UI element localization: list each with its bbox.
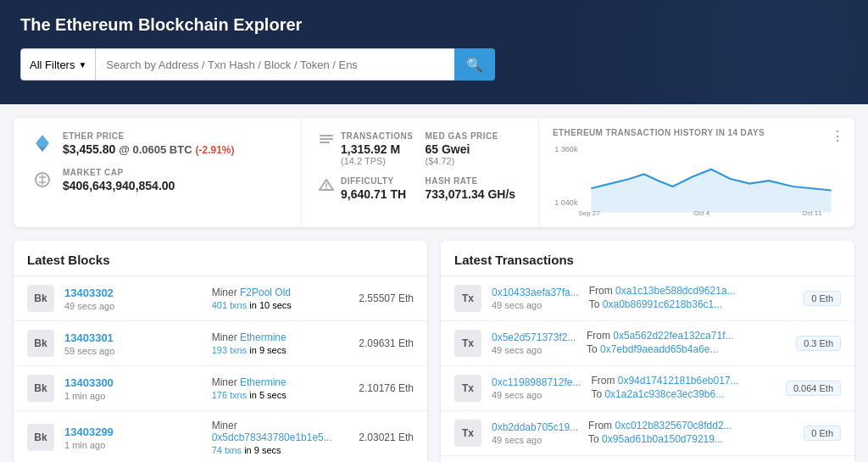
block-badge: Bk (27, 424, 54, 451)
tx-value: 0.064 Eth (786, 381, 841, 396)
table-row: Tx 0xc1198988712fe... 49 secs ago From 0… (441, 366, 854, 411)
block-info: 13403302 49 secs ago (64, 287, 202, 311)
block-info: 13403300 1 min ago (64, 376, 202, 401)
latest-blocks-panel: Latest Blocks Bk 13403302 49 secs ago Mi… (14, 241, 427, 462)
ether-price-value: $3,455.80 @ 0.0605 BTC (-2.91%) (63, 142, 234, 156)
filter-dropdown[interactable]: All Filters ▼ (20, 48, 96, 81)
tx-hash[interactable]: 0x5e2d571373f2... (492, 331, 576, 343)
tx-addresses: From 0xc012b8325670c8fdd2... To 0x95ad61… (588, 420, 793, 447)
block-reward: 2.09631 Eth (359, 337, 414, 349)
block-txns: 401 txns in 10 secs (212, 300, 349, 310)
miner-link[interactable]: F2Pool Old (240, 287, 291, 298)
table-row: Tx 0xcd25c5169ac9... 49 secs ago From 0x… (441, 456, 854, 462)
tx-time: 49 secs ago (492, 435, 578, 445)
difficulty-icon (319, 178, 334, 196)
tx-from: From 0x5a562d22fea132ca71f... (587, 330, 786, 342)
table-row: Bk 13403301 59 secs ago Miner Ethermine … (14, 321, 427, 366)
svg-text:Sep 27: Sep 27 (579, 209, 600, 217)
tx-to: To 0x7ebdf9aeadd65b4a6e... (587, 343, 786, 355)
stats-mid: TRANSACTIONS 1,315.92 M (14.2 TPS) MED G… (302, 118, 539, 227)
main-content: Latest Blocks Bk 13403302 49 secs ago Mi… (0, 241, 868, 462)
stats-left: ETHER PRICE $3,455.80 @ 0.0605 BTC (-2.9… (14, 118, 302, 227)
ether-price-icon (31, 131, 54, 155)
tx-hash[interactable]: 0xc1198988712fe... (492, 376, 581, 388)
market-cap-value: $406,643,940,854.00 (63, 179, 175, 192)
miner-link[interactable]: Ethermine (240, 331, 287, 343)
chart-title: ETHEREUM TRANSACTION HISTORY IN 14 DAYS (553, 128, 841, 137)
svg-point-8 (326, 188, 327, 190)
table-row: Tx 0x5e2d571373f2... 49 secs ago From 0x… (441, 321, 854, 366)
block-number[interactable]: 13403301 (64, 331, 202, 344)
block-reward: 2.10176 Eth (359, 382, 414, 394)
transactions-stat: TRANSACTIONS 1,315.92 M (14.2 TPS) (319, 131, 415, 166)
block-number[interactable]: 13403302 (64, 287, 202, 299)
tx-from: From 0xa1c13be588dcd9621a... (589, 285, 794, 297)
block-txns: 193 txns in 9 secs (212, 345, 349, 355)
miner-link[interactable]: Ethermine (240, 376, 287, 388)
search-button[interactable]: 🔍 (454, 48, 495, 81)
tx-addresses: From 0x5a562d22fea132ca71f... To 0x7ebdf… (587, 330, 786, 357)
block-miner-info: Miner 0x5dcb78343780e1b1e5... 74 txns in… (212, 420, 349, 455)
filter-label: All Filters (30, 58, 75, 71)
latest-transactions-title: Latest Transactions (441, 241, 854, 276)
table-row: Tx 0xb2ddab705c19... 49 secs ago From 0x… (441, 411, 854, 456)
tx-time: 49 secs ago (492, 390, 581, 400)
block-time: 59 secs ago (64, 346, 202, 356)
svg-marker-9 (591, 170, 831, 213)
tx-from: From 0xc012b8325670c8fdd2... (588, 420, 793, 431)
tx-time: 49 secs ago (492, 345, 576, 355)
block-info: 13403301 59 secs ago (64, 331, 202, 356)
search-icon: 🔍 (466, 58, 483, 72)
block-miner: Miner Ethermine (212, 331, 349, 343)
market-cap-row: MARKET CAP $406,643,940,854.00 (31, 168, 284, 192)
tx-badge: Tx (454, 330, 481, 357)
header: The Ethereum Blockchain Explorer All Fil… (0, 0, 868, 104)
tx-to: To 0x1a2a1c938ce3ec39b6... (591, 388, 775, 400)
stats-panel: ETHER PRICE $3,455.80 @ 0.0605 BTC (-2.9… (14, 118, 854, 227)
block-info: 13403299 1 min ago (64, 426, 202, 450)
miner-link[interactable]: 0x5dcb78343780e1b1e5... (212, 431, 332, 443)
tx-badge: Tx (454, 285, 481, 312)
block-txns: 176 txns in 5 secs (212, 390, 349, 400)
svg-text:Oct 11: Oct 11 (802, 209, 821, 217)
tx-hash[interactable]: 0xb2ddab705c19... (492, 421, 578, 433)
difficulty-stat: DIFFICULTY 9,640.71 TH (319, 176, 415, 201)
svg-rect-3 (320, 135, 333, 136)
block-number[interactable]: 13403299 (64, 426, 202, 438)
svg-text:Oct 4: Oct 4 (693, 209, 710, 217)
block-time: 1 min ago (64, 391, 202, 401)
tx-hash[interactable]: 0x10433aefa37fa... (492, 287, 579, 298)
chevron-down-icon: ▼ (78, 60, 86, 70)
tx-time: 49 secs ago (492, 300, 579, 310)
table-row: Tx 0x10433aefa37fa... 49 secs ago From 0… (441, 276, 854, 321)
page-title: The Ethereum Blockchain Explorer (20, 15, 848, 35)
block-number[interactable]: 13403300 (64, 376, 202, 389)
tx-to: To 0x95ad61b0a150d79219... (588, 433, 793, 445)
block-badge: Bk (27, 285, 54, 312)
block-badge: Bk (27, 375, 54, 402)
svg-rect-5 (320, 142, 330, 143)
chart-y-top: 1 360k (554, 146, 578, 154)
chart-container: 1 360k 1 040k Sep 27 Oct 4 Oct 11 (553, 141, 841, 217)
block-miner-info: Miner F2Pool Old 401 txns in 10 secs (212, 287, 349, 310)
tx-addresses: From 0xa1c13be588dcd9621a... To 0xa0b869… (589, 285, 794, 312)
tx-info: 0x5e2d571373f2... 49 secs ago (492, 331, 576, 355)
block-miner-info: Miner Ethermine 193 txns in 9 secs (212, 331, 349, 355)
block-miner: Miner F2Pool Old (212, 287, 349, 298)
tx-addresses: From 0x94d17412181b6eb017... To 0x1a2a1c… (591, 375, 775, 402)
tx-from: From 0x94d17412181b6eb017... (591, 375, 775, 387)
transactions-icon (319, 133, 334, 151)
latest-transactions-panel: Latest Transactions Tx 0x10433aefa37fa..… (441, 241, 854, 462)
ether-price-label: ETHER PRICE (63, 131, 234, 141)
tx-badge: Tx (454, 420, 481, 447)
ether-price-row: ETHER PRICE $3,455.80 @ 0.0605 BTC (-2.9… (31, 131, 284, 156)
block-badge: Bk (27, 330, 54, 357)
block-miner-info: Miner Ethermine 176 txns in 5 secs (212, 376, 349, 400)
chart-y-bottom: 1 040k (554, 199, 578, 208)
tx-value: 0 Eth (804, 426, 841, 441)
table-row: Bk 13403300 1 min ago Miner Ethermine 17… (14, 366, 427, 411)
search-input[interactable] (96, 48, 454, 81)
search-bar: All Filters ▼ 🔍 (20, 48, 495, 81)
block-miner: Miner Ethermine (212, 376, 349, 388)
market-cap-label: MARKET CAP (63, 168, 175, 177)
